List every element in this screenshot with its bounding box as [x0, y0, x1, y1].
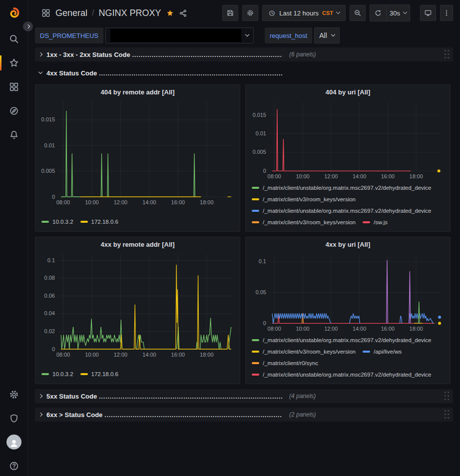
topbar-actions: Last 12 hours CST 30s — [222, 4, 453, 21]
svg-text:16:00: 16:00 — [381, 326, 395, 332]
legend-item[interactable]: /_matrix/client/v3/room_keys/version — [252, 349, 356, 355]
legend-label: /_matrix/client/v3/room_keys/version — [263, 196, 356, 202]
svg-text:0: 0 — [52, 194, 55, 200]
save-dashboard-button[interactable] — [222, 5, 238, 21]
timeseries-chart[interactable]: 08:0010:0012:0014:0016:0018:0000.050.1 — [248, 252, 447, 333]
sidebar-item-starred[interactable] — [0, 54, 27, 71]
legend-label: /sw.js — [374, 219, 388, 225]
timeseries-chart[interactable]: 08:0010:0012:0014:0016:0018:0000.020.040… — [37, 252, 237, 359]
svg-text:0.005: 0.005 — [253, 149, 266, 155]
legend-color-dash — [252, 210, 259, 212]
panel-title[interactable]: 4xx by uri [All] — [246, 237, 450, 248]
grafana-app: General / NGINX PROXY Last 12 hours CST — [0, 0, 460, 476]
chart-legend: /_matrix/client/unstable/org.matrix.msc2… — [246, 333, 450, 384]
grafana-logo[interactable] — [0, 4, 27, 21]
time-range-picker[interactable]: Last 12 hours CST — [262, 5, 346, 21]
svg-text:0.01: 0.01 — [256, 130, 266, 136]
refresh-button[interactable] — [370, 5, 386, 21]
variable-value-request-host[interactable]: All — [314, 27, 340, 43]
panel-404-by-uri: 404 by uri [All] 08:0010:0012:0014:0016:… — [245, 84, 451, 232]
legend-item[interactable]: /_matrix/client/v3/room_keys/version — [252, 196, 356, 202]
panel-title[interactable]: 404 by uri [All] — [246, 85, 450, 96]
panels-grid: 404 by remote addr [All] 08:0010:0012:00… — [35, 84, 453, 384]
sidebar-item-server-admin[interactable] — [0, 410, 27, 427]
sidebar-item-profile[interactable] — [0, 434, 27, 451]
legend-item[interactable]: /api/live/ws — [363, 349, 402, 355]
panel-4xx-by-remote-addr: 4xx by remote addr [All] 08:0010:0012:00… — [35, 237, 240, 384]
legend-item[interactable]: /_matrix/client/unstable/org.matrix.msc2… — [252, 208, 432, 214]
chevron-down-icon — [403, 10, 407, 14]
legend-label: /_matrix/client/r0/sync — [263, 360, 318, 366]
share-icon[interactable] — [179, 9, 187, 17]
legend-item[interactable]: 10.0.3.2 — [41, 219, 73, 225]
legend-color-dash — [252, 198, 259, 200]
legend-item[interactable]: /_matrix/client/v3/room_keys/version — [252, 219, 356, 225]
cycle-view-mode-button[interactable] — [420, 5, 436, 21]
chevron-down-icon — [245, 32, 249, 36]
row-drag-handle[interactable] — [444, 409, 450, 420]
compass-icon — [8, 105, 19, 116]
row-drag-handle[interactable] — [444, 391, 450, 402]
variable-label-request-host[interactable]: request_host — [265, 27, 312, 43]
legend-item[interactable]: 10.0.3.2 — [41, 371, 73, 377]
svg-text:14:00: 14:00 — [142, 199, 156, 205]
row-1xx-3xx-2xx-status-code[interactable]: 1xx - 3xx - 2xx Status Code.............… — [35, 47, 453, 61]
legend-item[interactable]: /_matrix/client/unstable/org.matrix.msc2… — [252, 337, 432, 343]
legend-item[interactable]: 172.18.0.6 — [80, 371, 118, 377]
sidebar-item-explore[interactable] — [0, 102, 27, 119]
more-options-button[interactable] — [440, 5, 453, 21]
row-4xx-status-code[interactable]: 4xx Status Code.........................… — [35, 66, 453, 80]
row-drag-handle[interactable] — [444, 49, 450, 60]
svg-text:10:00: 10:00 — [296, 173, 309, 179]
legend-row: 10.0.3.2172.18.0.6 — [41, 216, 236, 227]
legend-color-dash — [252, 221, 259, 223]
panel-title[interactable]: 404 by remote addr [All] — [35, 85, 240, 96]
legend-label: /_matrix/client/unstable/org.matrix.msc2… — [263, 208, 432, 214]
sidebar-expand-button[interactable] — [21, 20, 34, 33]
svg-text:12:00: 12:00 — [324, 173, 338, 179]
variable-label-ds-prometheus[interactable]: DS_PROMETHEUS — [35, 27, 103, 43]
row-5xx-status-code[interactable]: 5xx Status Code.........................… — [35, 389, 453, 403]
svg-text:10:00: 10:00 — [85, 199, 99, 205]
chevron-right-icon — [26, 24, 30, 28]
favorite-star-icon[interactable] — [166, 9, 174, 17]
zoom-out-button[interactable] — [350, 5, 366, 21]
legend-color-dash — [41, 373, 49, 375]
panel-404-by-remote-addr: 404 by remote addr [All] 08:0010:0012:00… — [35, 84, 240, 232]
svg-text:0.01: 0.01 — [44, 142, 55, 148]
timeseries-chart[interactable]: 08:0010:0012:0014:0016:0018:0000.0050.01… — [248, 100, 447, 181]
legend-item[interactable]: /_matrix/client/unstable/org.matrix.msc2… — [252, 185, 432, 191]
legend-item[interactable]: /sw.js — [363, 219, 388, 225]
legend-color-dash — [80, 221, 88, 223]
svg-text:08:00: 08:00 — [268, 173, 281, 179]
row-6xx-status-code[interactable]: 6xx > Status Code.......................… — [35, 408, 453, 422]
main-area: General / NGINX PROXY Last 12 hours CST — [27, 0, 460, 476]
legend-item[interactable]: /_matrix/client/unstable/org.matrix.msc2… — [252, 372, 432, 378]
svg-text:0.04: 0.04 — [44, 310, 55, 316]
refresh-interval-dropdown[interactable]: 30s — [386, 5, 410, 21]
row-panel-count: (2 panels) — [289, 411, 316, 418]
svg-text:18:00: 18:00 — [200, 199, 214, 205]
legend-label: 172.18.0.6 — [91, 371, 118, 377]
row-leader-dots: ........................................… — [99, 393, 282, 400]
chevron-right-icon — [38, 394, 42, 398]
legend-item[interactable]: 172.18.0.6 — [80, 219, 118, 225]
sidebar-item-dashboards[interactable] — [0, 78, 27, 95]
legend-label: /_matrix/client/unstable/org.matrix.msc2… — [263, 372, 432, 378]
variable-value-ds-prometheus[interactable] — [105, 27, 254, 43]
timeseries-chart[interactable]: 08:0010:0012:0014:0016:0018:0000.0050.01… — [37, 100, 237, 207]
sidebar-item-search[interactable] — [0, 30, 27, 47]
page-title[interactable]: NGINX PROXY — [99, 8, 161, 18]
breadcrumb-section[interactable]: General — [55, 8, 87, 18]
legend-row: /_matrix/client/v3/room_keys/version/sw.… — [252, 216, 446, 228]
legend-item[interactable]: /_matrix/client/r0/sync — [252, 360, 318, 366]
sidebar-item-help[interactable] — [0, 458, 27, 475]
legend-color-dash — [252, 351, 259, 353]
redacted-value — [110, 29, 241, 42]
dashboard-settings-button[interactable] — [242, 5, 258, 21]
svg-text:0.005: 0.005 — [41, 168, 55, 174]
sidebar-item-alerting[interactable] — [0, 126, 27, 143]
panel-title[interactable]: 4xx by remote addr [All] — [35, 237, 240, 248]
sidebar-item-configuration[interactable] — [0, 386, 27, 403]
row-panel-count: (6 panels) — [289, 51, 316, 58]
